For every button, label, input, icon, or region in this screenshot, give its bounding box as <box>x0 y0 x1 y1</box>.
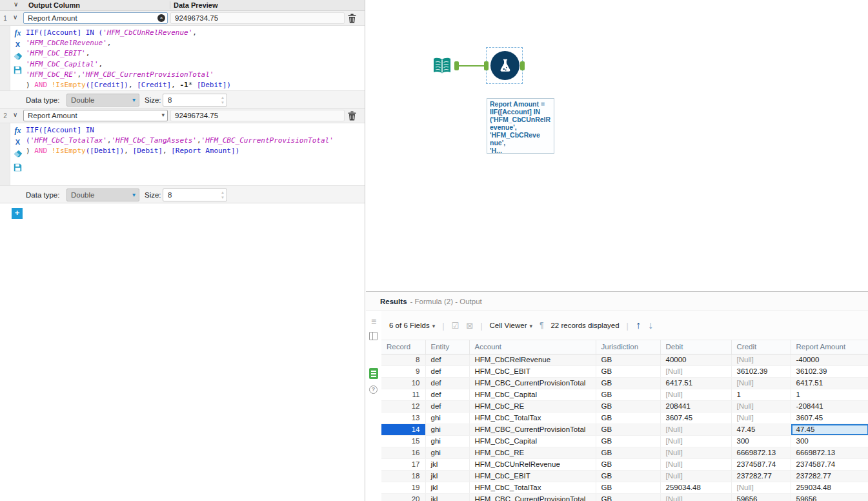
cell-viewer-dropdown[interactable]: Cell Viewer▾ <box>490 322 532 329</box>
table-cell[interactable]: GB <box>596 447 660 458</box>
delete-formula-icon[interactable] <box>348 111 356 121</box>
table-cell[interactable]: [Null] <box>660 458 731 470</box>
scroll-down-icon[interactable]: ↓ <box>648 320 653 331</box>
table-cell[interactable]: GB <box>596 354 660 365</box>
chevron-down-icon[interactable]: ∨ <box>13 14 17 21</box>
table-cell[interactable]: 36102.39 <box>791 365 868 377</box>
table-cell[interactable]: [Null] <box>731 377 791 389</box>
fields-dropdown[interactable]: 6 of 6 Fields▾ <box>389 322 435 329</box>
formula-1-editor[interactable]: fx X IIF([Account] IN ('HFM_CbCUnRelReve… <box>0 26 365 90</box>
table-cell[interactable]: def <box>425 389 469 400</box>
table-cell[interactable]: 20 <box>381 493 425 501</box>
table-cell[interactable]: 6417.51 <box>660 377 731 389</box>
table-cell[interactable]: GB <box>596 424 660 435</box>
spinner-up-icon[interactable]: ▲ <box>221 190 225 195</box>
list-view-icon[interactable]: ≡ <box>366 316 381 327</box>
table-cell[interactable]: 259034.48 <box>660 482 731 493</box>
table-cell[interactable]: [Null] <box>660 389 731 400</box>
table-row[interactable]: 18jklHFM_CbC_EBITGB[Null]237282.77237282… <box>381 470 868 482</box>
table-cell[interactable]: HFM_CbCUnRelRevenue <box>469 458 596 470</box>
table-cell[interactable]: [Null] <box>660 493 731 501</box>
layout-view-icon[interactable] <box>369 332 378 340</box>
table-cell[interactable]: GB <box>596 470 660 482</box>
table-cell[interactable]: HFM_CbC_RE <box>469 400 596 412</box>
column-header[interactable]: Jurisdiction <box>596 340 660 354</box>
table-cell[interactable]: 16 <box>381 447 425 458</box>
collapse-all-chevron-icon[interactable]: ∨ <box>14 1 18 8</box>
data-type-dropdown[interactable]: Double ▾ <box>66 94 139 107</box>
table-row[interactable]: 9defHFM_CbC_EBITGB[Null]36102.3936102.39 <box>381 365 868 377</box>
table-cell[interactable]: ghi <box>425 412 469 424</box>
table-cell[interactable]: [Null] <box>660 365 731 377</box>
table-cell[interactable]: 14 <box>381 424 425 435</box>
table-cell[interactable]: 237282.77 <box>791 470 868 482</box>
table-cell[interactable]: GB <box>596 412 660 424</box>
save-expression-icon[interactable] <box>14 65 22 77</box>
formula-2-code[interactable]: IIF([Account] IN('HFM_CbC_TotalTax','HFM… <box>26 125 363 185</box>
eraser-icon[interactable] <box>14 51 23 63</box>
table-cell[interactable]: 3607.45 <box>660 412 731 424</box>
table-cell[interactable]: [Null] <box>731 412 791 424</box>
table-cell[interactable]: GB <box>596 400 660 412</box>
table-cell[interactable]: GB <box>596 435 660 447</box>
table-cell[interactable]: 6417.51 <box>791 377 868 389</box>
deselect-all-icon[interactable]: ⊠ <box>466 321 473 331</box>
column-header[interactable]: Report Amount <box>791 340 868 354</box>
table-cell[interactable]: 18 <box>381 470 425 482</box>
column-header[interactable]: Account <box>469 340 596 354</box>
table-cell[interactable]: 15 <box>381 435 425 447</box>
table-row[interactable]: 14ghiHFM_CBC_CurrentProvisionTotalGB[Nul… <box>381 424 868 435</box>
table-cell[interactable]: [Null] <box>660 470 731 482</box>
table-cell[interactable]: HFM_CBC_CurrentProvisionTotal <box>469 424 596 435</box>
table-cell[interactable]: 40000 <box>660 354 731 365</box>
columns-icon[interactable]: X <box>15 138 20 146</box>
table-cell[interactable]: [Null] <box>660 424 731 435</box>
table-cell[interactable]: HFM_CbC_TotalTax <box>469 482 596 493</box>
table-cell[interactable]: HFM_CBC_CurrentProvisionTotal <box>469 377 596 389</box>
table-cell[interactable]: HFM_CbC_EBIT <box>469 365 596 377</box>
table-cell[interactable]: 259034.48 <box>791 482 868 493</box>
table-cell[interactable]: [Null] <box>660 447 731 458</box>
table-cell[interactable]: 1 <box>791 389 868 400</box>
table-cell[interactable]: 47.45 <box>791 424 868 435</box>
size-spinner[interactable]: ▲ ▼ <box>221 95 225 105</box>
table-cell[interactable]: 9 <box>381 365 425 377</box>
size-spinner[interactable]: ▲ ▼ <box>221 190 225 200</box>
table-cell[interactable]: 13 <box>381 412 425 424</box>
delete-formula-icon[interactable] <box>348 14 356 23</box>
column-header[interactable]: Record <box>381 340 425 354</box>
table-cell[interactable]: GB <box>596 389 660 400</box>
table-cell[interactable]: 11 <box>381 389 425 400</box>
eraser-icon[interactable] <box>14 148 23 160</box>
table-row[interactable]: 15ghiHFM_CbC_CapitalGB[Null]300300 <box>381 435 868 447</box>
table-cell[interactable]: -208441 <box>791 400 868 412</box>
formula-output-anchor[interactable] <box>520 61 525 70</box>
table-cell[interactable]: 36102.39 <box>731 365 791 377</box>
table-cell[interactable]: 6669872.13 <box>731 447 791 458</box>
size-input[interactable]: 8 ▲ ▼ <box>163 94 227 107</box>
formula-1-code[interactable]: IIF([Account] IN ('HFM_CbCUnRelRevenue',… <box>26 28 363 90</box>
output-anchor-icon[interactable] <box>369 368 378 379</box>
spinner-up-icon[interactable]: ▲ <box>221 95 225 100</box>
table-cell[interactable]: HFM_CbC_Capital <box>469 389 596 400</box>
table-cell[interactable]: HFM_CbC_RE <box>469 447 596 458</box>
functions-icon[interactable]: fx <box>15 28 21 38</box>
table-cell[interactable]: GB <box>596 377 660 389</box>
table-cell[interactable]: [Null] <box>731 354 791 365</box>
scroll-up-icon[interactable]: ↑ <box>636 320 641 331</box>
table-cell[interactable]: def <box>425 354 469 365</box>
table-cell[interactable]: def <box>425 400 469 412</box>
chevron-down-icon[interactable]: ∨ <box>13 111 17 118</box>
table-cell[interactable]: -40000 <box>791 354 868 365</box>
table-cell[interactable]: jkl <box>425 458 469 470</box>
table-cell[interactable]: HFM_CbCRelRevenue <box>469 354 596 365</box>
table-cell[interactable]: 19 <box>381 482 425 493</box>
workflow-canvas[interactable]: Report Amount = IIF([Account] IN ('HFM_C… <box>366 0 868 291</box>
table-cell[interactable]: [Null] <box>731 482 791 493</box>
input-output-anchor[interactable] <box>454 61 459 70</box>
table-row[interactable]: 13ghiHFM_CbC_TotalTaxGB3607.45[Null]3607… <box>381 412 868 424</box>
data-type-dropdown[interactable]: Double ▾ <box>66 189 139 201</box>
table-row[interactable]: 8defHFM_CbCRelRevenueGB40000[Null]-40000 <box>381 354 868 365</box>
table-cell[interactable]: 208441 <box>660 400 731 412</box>
output-column-select[interactable]: Report Amount ▾ <box>23 110 168 121</box>
